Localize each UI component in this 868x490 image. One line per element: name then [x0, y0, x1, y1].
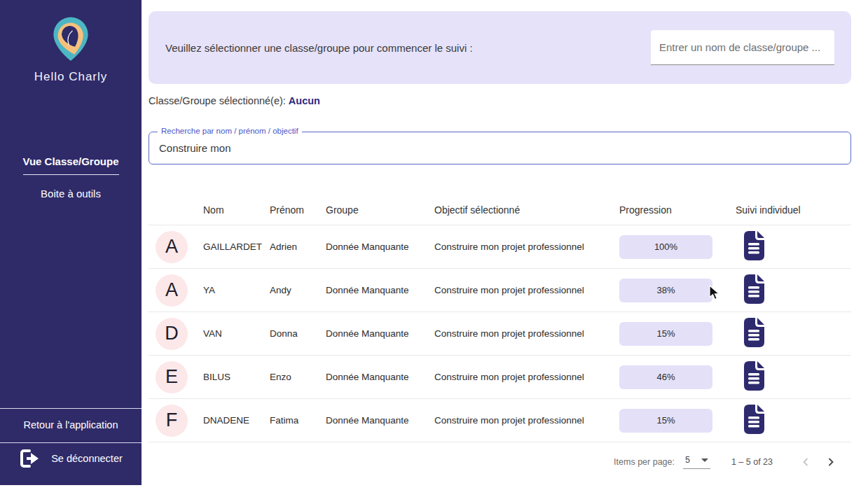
- dropdown-caret-icon: [701, 458, 708, 462]
- header-suivi-individuel: Suivi individuel: [724, 204, 851, 216]
- individual-tracking-button[interactable]: [741, 230, 766, 264]
- page-range-label: 1 – 5 of 23: [731, 457, 773, 467]
- sidebar-divider: [0, 442, 142, 443]
- table-row: D VAN Donna Donnée Manquante Construire …: [149, 312, 851, 356]
- students-table: Nom Prénom Groupe Objectif sélectionné P…: [149, 195, 851, 442]
- cell-prenom: Donna: [270, 328, 326, 339]
- cell-nom: GAILLARDET: [203, 241, 270, 252]
- header-groupe: Groupe: [326, 204, 434, 216]
- hello-charly-logo-icon: [50, 11, 91, 66]
- document-icon: [741, 360, 766, 392]
- table-row: A GAILLARDET Adrien Donnée Manquante Con…: [149, 225, 851, 269]
- document-icon: [741, 316, 766, 349]
- progression-badge: 46%: [619, 365, 712, 389]
- cell-nom: YA: [203, 285, 270, 295]
- logout-icon: [19, 449, 40, 468]
- cell-nom: VAN: [203, 328, 270, 339]
- class-select-banner: Veuillez sélectionner une classe/groupe …: [149, 11, 851, 84]
- next-page-button[interactable]: [823, 454, 839, 470]
- progression-badge: 15%: [619, 322, 712, 346]
- cell-groupe: Donnée Manquante: [326, 241, 434, 252]
- banner-message: Veuillez sélectionner une classe/groupe …: [165, 42, 473, 54]
- document-icon: [741, 403, 766, 435]
- cell-prenom: Adrien: [270, 241, 326, 252]
- avatar: A: [156, 231, 188, 263]
- sidebar-item-boite-a-outils[interactable]: Boite à outils: [41, 188, 101, 200]
- selected-class-label: Classe/Groupe sélectionné(e):: [149, 95, 286, 106]
- cell-prenom: Andy: [270, 285, 326, 295]
- logout-label: Se déconnecter: [51, 453, 123, 464]
- sidebar-item-vue-classe-groupe[interactable]: Vue Classe/Groupe: [23, 155, 119, 175]
- table-body: A GAILLARDET Adrien Donnée Manquante Con…: [149, 225, 851, 442]
- avatar: F: [156, 405, 188, 437]
- back-to-app-link[interactable]: Retour à l'application: [0, 419, 142, 430]
- avatar: A: [156, 274, 188, 307]
- search-field-label: Recherche par nom / prénom / objectif: [158, 127, 302, 135]
- logout-button[interactable]: Se déconnecter: [0, 449, 142, 468]
- cell-objectif: Construire mon projet professionnel: [434, 241, 619, 252]
- avatar: D: [156, 318, 188, 350]
- cell-objectif: Construire mon projet professionnel: [434, 415, 619, 426]
- individual-tracking-button[interactable]: [741, 316, 766, 351]
- cell-prenom: Enzo: [270, 372, 326, 382]
- individual-tracking-button[interactable]: [741, 360, 766, 394]
- paginator: Items per page: 5 1 – 5 of 23: [149, 448, 851, 476]
- table-row: F DNADENE Fatima Donnée Manquante Constr…: [149, 399, 851, 442]
- cell-groupe: Donnée Manquante: [326, 372, 434, 382]
- cell-objectif: Construire mon projet professionnel: [434, 285, 619, 295]
- selected-class-value: Aucun: [289, 95, 320, 106]
- app-name: Hello Charly: [0, 70, 142, 84]
- header-objectif: Objectif sélectionné: [434, 204, 619, 216]
- sidebar-divider: [0, 408, 142, 409]
- sidebar-nav: Vue Classe/Groupe Boite à outils: [0, 155, 142, 202]
- items-per-page-select[interactable]: 5: [683, 455, 710, 469]
- selected-class-line: Classe/Groupe sélectionné(e):Aucun: [149, 95, 851, 106]
- table-header-row: Nom Prénom Groupe Objectif sélectionné P…: [149, 195, 851, 225]
- table-row: A YA Andy Donnée Manquante Construire mo…: [149, 269, 851, 312]
- cell-prenom: Fatima: [270, 415, 326, 426]
- header-prenom: Prénom: [270, 204, 326, 216]
- progression-badge: 38%: [619, 279, 712, 302]
- class-group-input[interactable]: [651, 30, 834, 65]
- sidebar: Hello Charly Vue Classe/Groupe Boite à o…: [0, 0, 142, 485]
- chevron-left-icon: [801, 457, 811, 467]
- individual-tracking-button[interactable]: [741, 403, 766, 438]
- individual-tracking-button[interactable]: [741, 273, 766, 307]
- previous-page-button[interactable]: [798, 454, 813, 470]
- cell-groupe: Donnée Manquante: [326, 285, 434, 295]
- progression-badge: 100%: [619, 235, 712, 259]
- cell-groupe: Donnée Manquante: [326, 328, 434, 339]
- cell-objectif: Construire mon projet professionnel: [434, 328, 619, 339]
- cell-nom: DNADENE: [203, 415, 270, 426]
- chevron-right-icon: [826, 457, 836, 467]
- search-input[interactable]: [149, 132, 850, 164]
- items-per-page-value: 5: [685, 455, 690, 465]
- document-icon: [741, 273, 766, 305]
- progression-badge: 15%: [619, 409, 712, 433]
- document-icon: [741, 230, 766, 262]
- table-row: E BILUS Enzo Donnée Manquante Construire…: [149, 356, 851, 399]
- avatar: E: [156, 361, 188, 393]
- cell-objectif: Construire mon projet professionnel: [434, 372, 619, 382]
- header-nom: Nom: [203, 204, 270, 216]
- cell-nom: BILUS: [203, 372, 270, 382]
- search-field: Recherche par nom / prénom / objectif: [149, 132, 851, 164]
- items-per-page-label: Items per page:: [614, 457, 675, 467]
- header-progression: Progression: [619, 204, 724, 216]
- cell-groupe: Donnée Manquante: [326, 415, 434, 426]
- main-content: Veuillez sélectionner une classe/groupe …: [149, 0, 851, 476]
